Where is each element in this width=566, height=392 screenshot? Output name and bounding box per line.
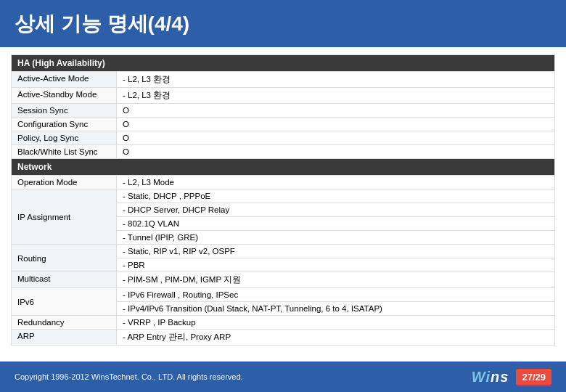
- row-label: IPv6: [12, 288, 117, 316]
- footer: Copyright 1996-2012 WinsTechnet. Co., LT…: [0, 362, 566, 392]
- content: HA (High Availability)Active-Active Mode…: [0, 47, 566, 353]
- table-row: Configuration SyncO: [12, 118, 555, 131]
- table-row: IPv6- IPv6 Firewall , Routing, IPSec: [12, 288, 555, 302]
- wins-logo: Wins: [472, 369, 509, 385]
- row-value: - Tunnel (IPIP, GRE): [117, 231, 555, 245]
- row-value: - L2, L3 환경: [117, 88, 555, 104]
- feature-table: HA (High Availability)Active-Active Mode…: [11, 54, 555, 346]
- row-value: O: [117, 104, 555, 118]
- row-label: Configuration Sync: [12, 118, 117, 131]
- row-value: - Static, DHCP , PPPoE: [117, 189, 555, 203]
- row-value: O: [117, 118, 555, 131]
- row-label: Policy, Log Sync: [12, 131, 117, 145]
- header: 상세 기능 명세(4/4): [0, 0, 566, 47]
- row-value: - IPv6 Firewall , Routing, IPSec: [117, 288, 555, 302]
- table-row: IP Assignment- Static, DHCP , PPPoE: [12, 189, 555, 203]
- table-row: Policy, Log SyncO: [12, 131, 555, 145]
- row-label: Operation Mode: [12, 176, 117, 189]
- row-value: - DHCP Server, DHCP Relay: [117, 203, 555, 217]
- row-label: Multicast: [12, 272, 117, 288]
- page-badge: 27/29: [516, 369, 551, 385]
- row-label: ARP: [12, 330, 117, 346]
- table-row: Multicast- PIM-SM , PIM-DM, IGMP 지원: [12, 272, 555, 288]
- row-label: Active-Active Mode: [12, 72, 117, 88]
- row-label: IP Assignment: [12, 189, 117, 245]
- row-value: - PIM-SM , PIM-DM, IGMP 지원: [117, 272, 555, 288]
- table-row: Routing- Static, RIP v1, RIP v2, OSPF: [12, 245, 555, 258]
- row-label: Active-Standby Mode: [12, 88, 117, 104]
- table-row: Operation Mode- L2, L3 Mode: [12, 176, 555, 189]
- table-row: Black/White List SyncO: [12, 145, 555, 159]
- row-label: Redundancy: [12, 316, 117, 330]
- table-row: Session SyncO: [12, 104, 555, 118]
- table-row: Active-Active Mode- L2, L3 환경: [12, 72, 555, 88]
- footer-copyright: Copyright 1996-2012 WinsTechnet. Co., LT…: [15, 372, 243, 381]
- table-row: Redundancy- VRRP , IP Backup: [12, 316, 555, 330]
- row-value: - Static, RIP v1, RIP v2, OSPF: [117, 245, 555, 258]
- row-value: - ARP Entry 관리, Proxy ARP: [117, 330, 555, 346]
- row-value: - L2, L3 환경: [117, 72, 555, 88]
- table-row: ARP- ARP Entry 관리, Proxy ARP: [12, 330, 555, 346]
- row-value: - L2, L3 Mode: [117, 176, 555, 189]
- row-value: - IPv4/IPv6 Transition (Dual Stack, NAT-…: [117, 302, 555, 316]
- table-row: Active-Standby Mode- L2, L3 환경: [12, 88, 555, 104]
- header-title: 상세 기능 명세(4/4): [15, 10, 189, 38]
- row-value: O: [117, 145, 555, 159]
- footer-right: Wins 27/29: [472, 369, 551, 385]
- row-value: - VRRP , IP Backup: [117, 316, 555, 330]
- section-header: Network: [12, 159, 555, 176]
- row-value: - PBR: [117, 258, 555, 272]
- row-label: Black/White List Sync: [12, 145, 117, 159]
- row-value: O: [117, 131, 555, 145]
- row-label: Session Sync: [12, 104, 117, 118]
- row-value: - 802.1Q VLAN: [117, 217, 555, 231]
- section-header: HA (High Availability): [12, 55, 555, 72]
- row-label: Routing: [12, 245, 117, 272]
